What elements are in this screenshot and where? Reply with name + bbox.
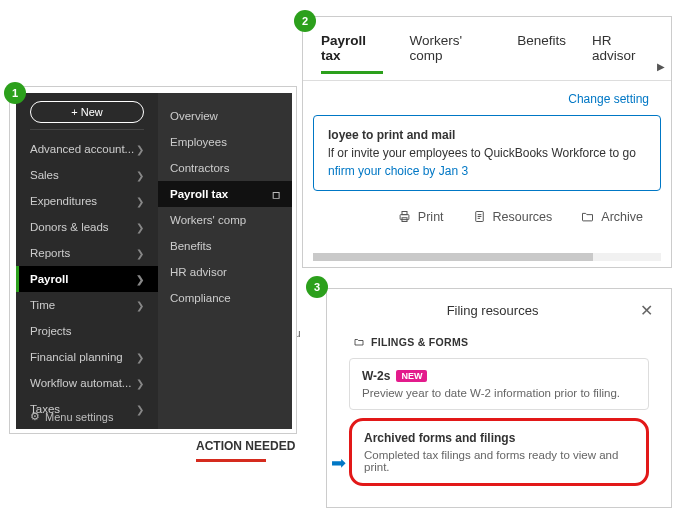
panel-tax-center: Payroll tax Workers' comp Benefits HR ad… xyxy=(302,16,672,268)
submenu-employees[interactable]: Employees xyxy=(158,129,292,155)
sidebar-item-payroll[interactable]: Payroll❯ xyxy=(16,266,158,292)
action-needed-heading: ACTION NEEDED xyxy=(196,439,306,453)
submenu-workers-comp[interactable]: Workers' comp xyxy=(158,207,292,233)
sidebar-item-financial-planning[interactable]: Financial planning❯ xyxy=(16,344,158,370)
submenu-payroll-tax[interactable]: Payroll tax◻ xyxy=(158,181,292,207)
sidebar: + New Advanced account...❯ Sales❯ Expend… xyxy=(16,93,292,429)
sidebar-item-time[interactable]: Time❯ xyxy=(16,292,158,318)
chevron-right-icon: ❯ xyxy=(136,196,144,207)
change-setting-link[interactable]: Change setting xyxy=(303,81,671,111)
chevron-right-icon: ❯ xyxy=(136,300,144,311)
filing-card-archived[interactable]: Archived forms and filings Completed tax… xyxy=(349,418,649,486)
svg-rect-1 xyxy=(402,212,407,215)
notice-box: loyee to print and mail lf or invite you… xyxy=(313,115,661,191)
notice-text: lf or invite your employees to QuickBook… xyxy=(328,144,646,162)
submenu-hr-advisor[interactable]: HR advisor xyxy=(158,259,292,285)
archive-button[interactable]: Archive xyxy=(580,209,643,224)
step-badge-3: 3 xyxy=(306,276,328,298)
chevron-right-icon: ❯ xyxy=(136,248,144,259)
archived-title: Archived forms and filings xyxy=(364,431,515,445)
notice-link[interactable]: nfirm your choice by Jan 3 xyxy=(328,162,646,180)
action-bar: Print Resources Archive xyxy=(303,201,671,232)
svg-rect-0 xyxy=(400,215,409,220)
tab-payroll-tax[interactable]: Payroll tax xyxy=(321,33,383,74)
horizontal-scrollbar[interactable] xyxy=(313,253,661,261)
tab-workers-comp[interactable]: Workers' comp xyxy=(409,33,491,74)
print-button[interactable]: Print xyxy=(397,209,444,224)
filing-resources-header: Filing resources ✕ xyxy=(327,289,671,326)
panel-filing-resources: Filing resources ✕ FILINGS & FORMS W-2s … xyxy=(326,288,672,508)
tab-hr-advisor[interactable]: HR advisor xyxy=(592,33,653,74)
document-icon xyxy=(472,209,487,224)
archived-desc: Completed tax filings and forms ready to… xyxy=(364,449,634,473)
bookmark-icon: ◻ xyxy=(272,189,280,200)
action-needed-indicator xyxy=(196,459,266,462)
sidebar-item-donors[interactable]: Donors & leads❯ xyxy=(16,214,158,240)
w2-title: W-2s xyxy=(362,369,390,383)
printer-icon xyxy=(397,209,412,224)
submenu-overview[interactable]: Overview xyxy=(158,103,292,129)
tax-tabs: Payroll tax Workers' comp Benefits HR ad… xyxy=(303,17,671,81)
step-badge-2: 2 xyxy=(294,10,316,32)
chevron-right-icon: ❯ xyxy=(136,274,144,285)
chevron-right-icon: ❯ xyxy=(136,144,144,155)
tab-benefits[interactable]: Benefits xyxy=(517,33,566,74)
sidebar-item-sales[interactable]: Sales❯ xyxy=(16,162,158,188)
sidebar-submenu: Overview Employees Contractors Payroll t… xyxy=(158,93,292,429)
chevron-right-icon: ❯ xyxy=(136,352,144,363)
sidebar-item-reports[interactable]: Reports❯ xyxy=(16,240,158,266)
sidebar-item-workflow[interactable]: Workflow automat...❯ xyxy=(16,370,158,396)
submenu-contractors[interactable]: Contractors xyxy=(158,155,292,181)
sidebar-item-advanced-account[interactable]: Advanced account...❯ xyxy=(16,136,158,162)
chevron-right-icon: ❯ xyxy=(136,170,144,181)
sidebar-primary: + New Advanced account...❯ Sales❯ Expend… xyxy=(16,93,158,429)
resources-button[interactable]: Resources xyxy=(472,209,553,224)
pointer-arrow-icon: ➡ xyxy=(331,452,346,474)
gear-icon: ⚙ xyxy=(30,410,40,423)
close-icon[interactable]: ✕ xyxy=(640,301,653,320)
menu-settings-link[interactable]: ⚙ Menu settings xyxy=(30,410,113,423)
filing-resources-title: Filing resources xyxy=(447,303,539,318)
w2-desc: Preview year to date W-2 information pri… xyxy=(362,387,636,399)
filing-card-w2[interactable]: W-2s NEW Preview year to date W-2 inform… xyxy=(349,358,649,410)
submenu-benefits[interactable]: Benefits xyxy=(158,233,292,259)
folder-icon xyxy=(353,336,365,348)
chevron-right-icon: ❯ xyxy=(136,404,144,415)
step-badge-1: 1 xyxy=(4,82,26,104)
new-badge: NEW xyxy=(396,370,427,382)
sidebar-item-projects[interactable]: Projects xyxy=(16,318,158,344)
scroll-right-icon[interactable]: ▶ xyxy=(657,61,665,72)
chevron-right-icon: ❯ xyxy=(136,222,144,233)
sidebar-item-expenditures[interactable]: Expenditures❯ xyxy=(16,188,158,214)
panel-navigation: + New Advanced account...❯ Sales❯ Expend… xyxy=(9,86,297,434)
notice-title: loyee to print and mail xyxy=(328,126,646,144)
filings-forms-heading: FILINGS & FORMS xyxy=(327,326,671,356)
submenu-compliance[interactable]: Compliance xyxy=(158,285,292,311)
chevron-right-icon: ❯ xyxy=(136,378,144,389)
folder-icon xyxy=(580,209,595,224)
new-button[interactable]: + New xyxy=(30,101,144,123)
